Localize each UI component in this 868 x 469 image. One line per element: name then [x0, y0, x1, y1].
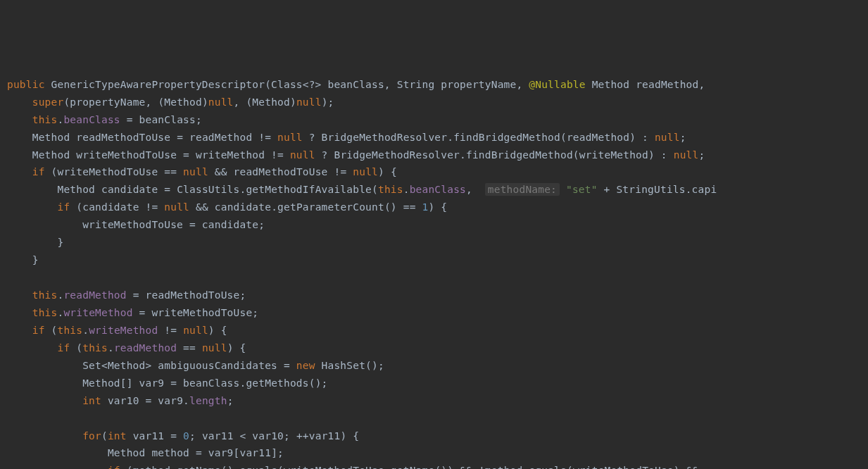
code-line: this.readMethod = readMethodToUse;	[7, 289, 246, 301]
field-length: length	[189, 395, 227, 406]
code-line: writeMethodToUse = candidate;	[7, 219, 265, 230]
number-literal: 0	[183, 430, 189, 442]
field-writemethod: writeMethod	[63, 307, 132, 318]
code-line: if (writeMethodToUse == null && readMeth…	[7, 166, 397, 177]
string-literal: "set"	[566, 184, 598, 195]
code-line: int var10 = var9.length;	[7, 395, 234, 406]
field-beanclass: beanClass	[63, 114, 120, 125]
code-line: }	[7, 237, 63, 248]
keyword-this: this	[32, 114, 58, 125]
keyword-for: for	[82, 430, 101, 442]
keyword-new: new	[296, 360, 315, 371]
code-line: if (candidate != null && candidate.getPa…	[7, 201, 447, 213]
code-line: this.writeMethod = writeMethodToUse;	[7, 307, 258, 318]
code-line: }	[7, 254, 39, 265]
code-line: Method candidate = ClassUtils.getMethodI…	[7, 183, 717, 196]
field-readmethod: readMethod	[63, 289, 126, 301]
code-line: this.beanClass = beanClass;	[7, 114, 202, 125]
keyword-public: public	[7, 79, 45, 90]
code-line	[7, 272, 13, 283]
keyword-if: if	[32, 166, 45, 177]
code-line: if (this.writeMethod != null) {	[7, 325, 227, 336]
code-line: Method[] var9 = beanClass.getMethods();	[7, 377, 328, 389]
keyword-super: super	[32, 96, 64, 108]
code-line	[7, 413, 13, 424]
code-line: super(propertyName, (Method)null, (Metho…	[7, 96, 334, 108]
code-line: if (method.getName().equals(writeMethodT…	[7, 465, 705, 469]
code-line: for(int var11 = 0; var11 < var10; ++var1…	[7, 430, 359, 442]
code-line: Method readMethodToUse = readMethod != n…	[7, 132, 686, 143]
code-line: Method method = var9[var11];	[7, 447, 284, 458]
code-line: if (this.readMethod == null) {	[7, 342, 246, 354]
keyword-int: int	[82, 395, 101, 406]
code-line: public GenericTypeAwarePropertyDescripto…	[7, 79, 705, 90]
code-editor-viewport[interactable]: public GenericTypeAwarePropertyDescripto…	[7, 76, 868, 469]
code-line: Method writeMethodToUse = writeMethod !=…	[7, 149, 705, 161]
parameter-hint: methodName:	[485, 183, 560, 196]
annotation-nullable: @Nullable	[529, 79, 585, 90]
code-line: Set<Method> ambiguousCandidates = new Ha…	[7, 360, 384, 371]
